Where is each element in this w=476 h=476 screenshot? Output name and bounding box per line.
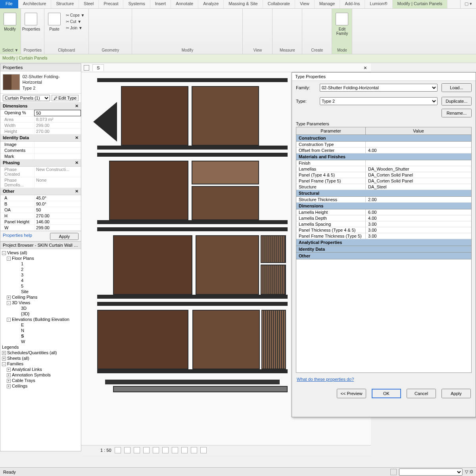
tree-node[interactable]: 3D [1, 305, 80, 311]
param-value[interactable]: DA_Steel [366, 184, 471, 190]
doc-tab-s[interactable]: S [92, 64, 104, 71]
prop-section-phasing[interactable]: Phasing⨯ [0, 159, 81, 167]
param-value[interactable]: 4.00 [366, 148, 471, 153]
ribbon-tool-icon[interactable] [135, 13, 145, 22]
param-value[interactable]: 6.00 [366, 209, 471, 215]
param-section-dimensions[interactable]: Dimensions [296, 203, 471, 209]
tree-node[interactable]: 5 [1, 283, 80, 289]
param-value[interactable]: 4.00 [366, 215, 471, 221]
param-value[interactable]: DA_Corten Solid Panel [366, 178, 471, 184]
menu-tab-massing-site[interactable]: Massing & Site [224, 0, 263, 8]
param-value[interactable]: DA_Wooden_Shutter [366, 166, 471, 172]
expand-icon[interactable]: + [7, 384, 11, 388]
crop-icon[interactable] [143, 447, 150, 453]
prop-value[interactable]: 270.00 [34, 129, 81, 134]
tree-node[interactable]: Legends [1, 344, 80, 350]
tree-node[interactable]: -Families [1, 361, 80, 367]
tree-node[interactable]: {3D} [1, 311, 80, 317]
temporary-hide-icon[interactable] [172, 447, 178, 453]
expand-icon[interactable]: + [7, 296, 11, 299]
menu-tab-precast[interactable]: Precast [99, 0, 123, 8]
expand-icon[interactable]: + [7, 379, 11, 383]
ribbon-tool-icon[interactable] [276, 13, 285, 22]
tree-node[interactable]: S [1, 333, 80, 339]
ribbon-tool-icon[interactable] [203, 13, 212, 22]
tree-node[interactable]: +Sheets (all) [1, 355, 80, 361]
duplicate-button[interactable]: Duplicate... [441, 97, 472, 106]
rename-button[interactable]: Rename... [441, 109, 472, 117]
menu-tab-analyze[interactable]: Analyze [198, 0, 224, 8]
menu-tab-lumion-[interactable]: Lumion® [365, 0, 392, 8]
expand-icon[interactable]: - [2, 251, 6, 255]
crop-region-icon[interactable] [153, 447, 159, 453]
menu-tab-systems[interactable]: Systems [123, 0, 150, 8]
sun-path-icon[interactable] [124, 447, 131, 453]
worksharing-icon[interactable] [191, 447, 197, 453]
expand-icon[interactable]: + [2, 351, 6, 355]
param-section-analytical-properties[interactable]: Analytical Properties [296, 239, 471, 246]
scale-label[interactable]: 1 : 50 [100, 448, 111, 453]
properties-button[interactable]: Properties [23, 10, 38, 42]
ribbon-tool-icon[interactable] [230, 13, 239, 22]
edit-family-button[interactable]: Edit Family [334, 10, 349, 42]
preview-button[interactable]: << Preview [337, 389, 366, 398]
expand-icon[interactable]: - [7, 318, 11, 322]
tree-node[interactable]: W [1, 339, 80, 344]
prop-value[interactable]: 45.0° [34, 195, 81, 201]
home-icon[interactable] [84, 65, 89, 71]
ribbon-tool-icon[interactable] [305, 13, 315, 22]
tree-node[interactable]: 3 [1, 272, 80, 278]
prop-value[interactable]: 146.00 [34, 219, 81, 225]
ribbon-tool-icon[interactable] [246, 13, 255, 22]
family-select[interactable]: 02-Shutter Folding-Horizontal [320, 84, 438, 92]
type-thumbnail[interactable] [3, 74, 20, 90]
menu-tab-manage[interactable]: Manage [315, 0, 340, 8]
tree-node[interactable]: +Cable Trays [1, 378, 80, 383]
element-filter-select[interactable]: Curtain Panels (1) [3, 95, 50, 101]
menu-tab-insert[interactable]: Insert [150, 0, 171, 8]
param-value[interactable]: 2.00 [366, 197, 471, 202]
prop-section-identity-data[interactable]: Identity Data⨯ [0, 134, 81, 142]
param-section-structural[interactable]: Structural [296, 190, 471, 197]
worksets-icon[interactable] [390, 469, 397, 475]
tree-node[interactable]: Site [1, 289, 80, 294]
tree-node[interactable]: +Analytical Links [1, 367, 80, 372]
tree-node[interactable]: N [1, 328, 80, 333]
tree-node[interactable]: -Floor Plans [1, 255, 80, 261]
param-value[interactable]: DA_Corten Solid Panel [366, 172, 471, 178]
ok-button[interactable]: OK [372, 389, 401, 398]
param-section-identity-data[interactable]: Identity Data [296, 246, 471, 253]
ribbon-tool-icon[interactable] [259, 13, 269, 22]
modify-button[interactable]: Modify [2, 10, 17, 42]
menu-tab-annotate[interactable]: Annotate [171, 0, 198, 8]
prop-value[interactable]: 50 [34, 110, 81, 116]
prop-value[interactable]: 8.073 m² [34, 117, 81, 122]
menu-tab-view[interactable]: View [295, 0, 315, 8]
cancel-button[interactable]: Cancel [407, 389, 436, 398]
param-section-materials-and-finishes[interactable]: Materials and Finishes [296, 154, 471, 160]
param-section-construction[interactable]: Construction [296, 135, 471, 142]
expand-icon[interactable]: - [7, 301, 11, 305]
shadows-icon[interactable] [134, 447, 140, 453]
properties-help-link[interactable]: Properties help [3, 233, 32, 240]
expand-icon[interactable]: + [7, 368, 11, 372]
ribbon-tool-icon[interactable] [162, 13, 172, 22]
ribbon-tool-icon[interactable] [216, 13, 226, 22]
expand-icon[interactable]: - [7, 257, 11, 261]
visual-style-icon[interactable] [115, 447, 121, 453]
menu-tab-structure[interactable]: Structure [51, 0, 79, 8]
prop-value[interactable]: 299.00 [34, 225, 81, 230]
join-tool[interactable]: ✂ Join ▼ [64, 25, 86, 31]
reveal-hidden-icon[interactable] [181, 447, 188, 453]
ribbon-tool-icon[interactable] [189, 13, 199, 22]
menu-tab-architecture[interactable]: Architecture [18, 0, 52, 8]
type-select[interactable]: Type 2 [320, 97, 438, 105]
ribbon-tool-icon[interactable] [92, 13, 102, 22]
param-value[interactable] [366, 160, 471, 166]
tree-node[interactable]: -3D Views [1, 300, 80, 305]
param-value[interactable]: 3.00 [366, 233, 471, 239]
prop-value[interactable]: 90.0° [34, 201, 81, 207]
reveal-constraints-icon[interactable] [200, 447, 207, 453]
tree-node[interactable]: +Ceiling Plans [1, 294, 80, 300]
prop-value[interactable] [34, 148, 81, 153]
